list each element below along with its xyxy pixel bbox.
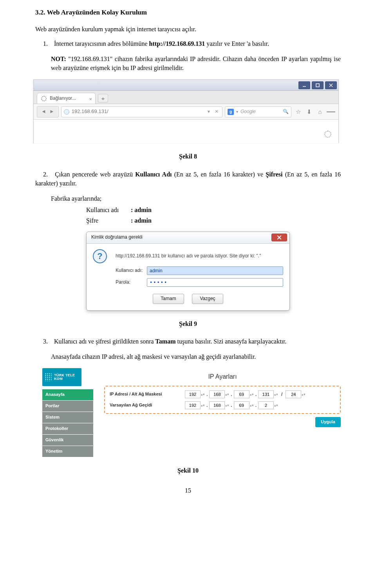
window-titlebar (34, 80, 338, 91)
octet-input[interactable]: 131 (258, 390, 274, 398)
dot: . (231, 402, 232, 409)
home-icon[interactable]: ⌂ (316, 108, 324, 116)
menu-icon[interactable] (327, 108, 335, 116)
sidebar-item-guvenlik[interactable]: Güvenlik (42, 435, 93, 446)
stepper-icon[interactable]: ▴▾ (250, 403, 254, 408)
slash: / (280, 391, 284, 398)
gear-icon[interactable] (324, 131, 331, 138)
username-label: Kullanıcı adı (86, 205, 129, 214)
star-icon[interactable]: ☆ (294, 108, 302, 116)
stepper-icon[interactable]: ▴▾ (302, 392, 306, 397)
stepper-icon[interactable]: ▴▾ (201, 392, 205, 397)
step1-text-b: yazılır ve Enter 'a basılır. (205, 40, 269, 47)
ok-button[interactable]: Tamam (153, 294, 184, 304)
octet-input[interactable]: 192 (185, 401, 201, 409)
apply-button[interactable]: Uygula (315, 417, 341, 427)
page-number: 15 (35, 486, 341, 495)
figure-caption-9: Şekil 9 (35, 319, 341, 328)
octet-input[interactable]: 168 (209, 401, 225, 409)
sidebar-item-portlar[interactable]: Portlar (42, 401, 93, 412)
stepper-icon[interactable]: ▴▾ (225, 392, 229, 397)
url-bar[interactable]: 192.168.69.131/ ▾ ✕ (61, 106, 222, 117)
step2-b1: Kullanıcı Adı (135, 171, 172, 178)
section-heading: 3.2. Web Arayüzünden Kolay Kurulum (35, 8, 341, 18)
note-label: NOT: (51, 56, 66, 62)
tab-strip: Bağlanıyor... × + (34, 91, 338, 104)
question-icon: ? (93, 249, 107, 263)
stepper-icon[interactable]: ▴▾ (201, 403, 205, 408)
ip-address-input: 192▴▾. 168▴▾. 69▴▾. 131▴▾ / 24▴▾ (185, 390, 306, 398)
step1-note: NOT: "192.168.69.131" cihazın fabrika ay… (51, 54, 341, 72)
octet-input[interactable]: 192 (185, 390, 201, 398)
step1-text-a: İnternet tarayıcısının adres bölümüne (54, 40, 149, 47)
minimize-icon[interactable] (298, 81, 310, 89)
step2-b2: Şifresi (266, 171, 282, 178)
loading-spinner-icon (41, 96, 47, 101)
stepper-icon[interactable]: ▴▾ (274, 392, 278, 397)
stepper-icon[interactable]: ▴▾ (274, 403, 278, 408)
nav-arrows: ◄ ► (37, 106, 59, 117)
sidebar-item-protokoller[interactable]: Protokoller (42, 423, 93, 435)
gateway-input: 192▴▾. 168▴▾. 69▴▾. 2▴▾ (185, 401, 278, 409)
octet-input[interactable]: 2 (258, 401, 274, 409)
chevron-down-icon[interactable]: ▾ (236, 109, 238, 115)
download-icon[interactable]: ⬇ (305, 108, 313, 116)
logo-text: TÜRK TELE KOM (54, 374, 79, 381)
username-value: : admin (131, 207, 152, 213)
tab-close-icon[interactable]: × (89, 96, 92, 103)
default-password-row: Şifre : admin (86, 216, 341, 225)
search-icon[interactable]: 🔍 (283, 108, 289, 115)
octet-input[interactable]: 69 (234, 390, 249, 398)
step-number: 2. (43, 170, 52, 179)
sidebar-item-anasayfa[interactable]: Anasayfa (42, 389, 93, 401)
svg-rect-1 (316, 84, 319, 87)
username-input[interactable] (147, 266, 283, 275)
search-provider-icon: g (228, 109, 234, 115)
password-input[interactable] (147, 278, 283, 287)
stepper-icon[interactable]: ▴▾ (225, 403, 229, 408)
dot: . (255, 391, 257, 398)
intro-paragraph: Web arayüzünden kurulum yapmak için inte… (35, 25, 341, 34)
cancel-button[interactable]: Vazgeç (192, 294, 223, 304)
sidebar-item-yonetim[interactable]: Yönetim (42, 446, 93, 457)
forward-icon[interactable]: ► (48, 108, 56, 115)
dot: . (206, 402, 208, 409)
tab-title: Bağlanıyor... (50, 95, 76, 102)
step3-body2: Anasayfada cihazın IP adresi, alt ağ mas… (51, 352, 341, 361)
ip-mask-label: IP Adresi / Alt Ağ Maskesi (110, 391, 176, 397)
stepper-icon[interactable]: ▴▾ (250, 392, 254, 397)
step-2: 2. Çıkan pencerede web arayüzü Kullanıcı… (35, 170, 341, 188)
step3-text-b: tuşuna basılır. Sizi anasayfa karşılayac… (175, 338, 286, 345)
back-icon[interactable]: ◄ (40, 108, 48, 115)
search-placeholder: Google (240, 108, 280, 115)
step3-bold: Tamam (155, 338, 176, 345)
username-field-label: Kullanıcı adı: (116, 267, 147, 274)
close-icon[interactable] (325, 81, 337, 89)
octet-input[interactable]: 69 (234, 401, 249, 409)
globe-icon (64, 109, 69, 115)
dialog-titlebar: Kimlik doğrulama gerekli (87, 232, 289, 244)
password-label: Şifre (86, 216, 129, 225)
stop-reload-icon[interactable]: ✕ (213, 108, 220, 115)
figure-caption-8: Şekil 8 (35, 152, 341, 161)
octet-input[interactable]: 168 (209, 390, 225, 398)
figure-caption-10: Şekil 10 (35, 466, 341, 475)
browser-screenshot: Bağlanıyor... × + ◄ ► 192.168.69.131/ ▾ … (33, 79, 339, 143)
logo: TÜRK TELE KOM (42, 368, 81, 386)
step-3: 3. Kullanıcı adı ve şifresi girildikten … (35, 337, 341, 346)
chevron-down-icon[interactable]: ▾ (206, 108, 211, 115)
step-number: 1. (43, 39, 52, 48)
mask-input[interactable]: 24 (286, 390, 301, 398)
maximize-icon[interactable] (312, 81, 324, 89)
new-tab-button[interactable]: + (98, 94, 108, 102)
dot: . (206, 391, 208, 398)
browser-tab[interactable]: Bağlanıyor... × (37, 93, 96, 104)
gateway-label: Varsayılan Ağ Geçidi (110, 402, 176, 408)
search-bar[interactable]: g ▾ Google 🔍 (225, 106, 291, 117)
sidebar-item-sistem[interactable]: Sistem (42, 412, 93, 423)
step-1: 1. İnternet tarayıcısının adres bölümüne… (35, 39, 341, 48)
default-username-row: Kullanıcı adı : admin (86, 205, 341, 214)
close-button[interactable] (271, 234, 287, 241)
password-field-label: Parola: (116, 279, 147, 286)
ip-settings-panel: IP Ayarları IP Adresi / Alt Ağ Maskesi 1… (104, 368, 341, 457)
